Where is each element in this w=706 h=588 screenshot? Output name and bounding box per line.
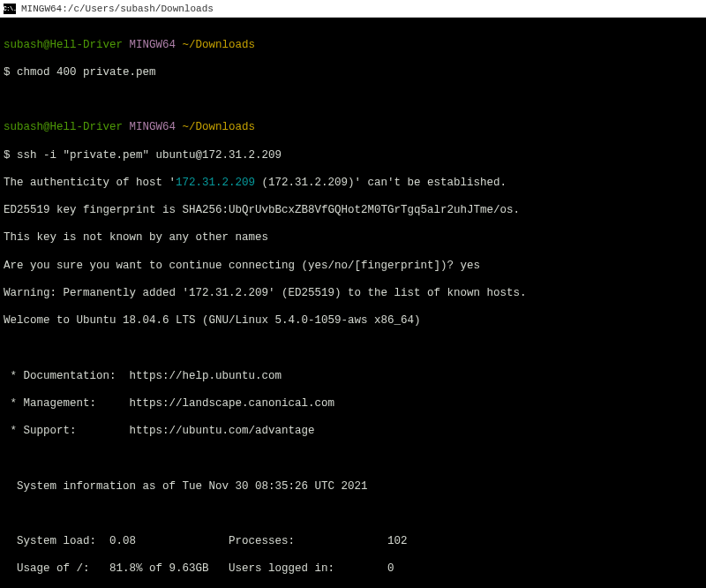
- output-line: * Support: https://ubuntu.com/advantage: [4, 425, 702, 439]
- command-line: $ ssh -i "private.pem" ubuntu@172.31.2.2…: [4, 149, 702, 163]
- host-ip: 172.31.2.209: [176, 177, 255, 189]
- window-title: MINGW64:/c/Users/subash/Downloads: [21, 4, 214, 14]
- window-titlebar: C:\. MINGW64:/c/Users/subash/Downloads: [0, 0, 706, 18]
- user-host: subash@Hell-Driver: [4, 39, 123, 51]
- shell-tag: MINGW64: [123, 121, 183, 133]
- output-line: System information as of Tue Nov 30 08:3…: [4, 480, 702, 494]
- shell-tag: MINGW64: [123, 39, 183, 51]
- sysinfo-row: Usage of /: 81.8% of 9.63GB Users logged…: [4, 562, 702, 577]
- output-line: Warning: Permanently added '172.31.2.209…: [4, 287, 702, 301]
- output-line: Are you sure you want to continue connec…: [4, 260, 702, 274]
- prompt-symbol: $: [4, 149, 17, 162]
- cwd: ~/Downloads: [183, 39, 256, 51]
- blank-line: [4, 342, 702, 356]
- blank-line: [4, 452, 702, 466]
- sysinfo-row: System load: 0.08 Processes: 102: [4, 535, 702, 549]
- output-line: The authenticity of host '172.31.2.209 (…: [4, 177, 702, 191]
- terminal-icon: C:\.: [4, 4, 16, 14]
- output-line: * Documentation: https://help.ubuntu.com: [4, 370, 702, 384]
- command-line: $ chmod 400 private.pem: [4, 66, 702, 80]
- command-text: chmod 400 private.pem: [17, 66, 156, 79]
- prompt-line: subash@Hell-Driver MINGW64 ~/Downloads: [4, 39, 702, 53]
- output-line: Welcome to Ubuntu 18.04.6 LTS (GNU/Linux…: [4, 314, 702, 328]
- command-text: ssh -i "private.pem" ubuntu@172.31.2.209: [17, 149, 282, 162]
- blank-line: [4, 94, 702, 108]
- user-host: subash@Hell-Driver: [4, 121, 123, 133]
- output-line: ED25519 key fingerprint is SHA256:UbQrUv…: [4, 204, 702, 218]
- prompt-line: subash@Hell-Driver MINGW64 ~/Downloads: [4, 121, 702, 135]
- terminal-area[interactable]: subash@Hell-Driver MINGW64 ~/Downloads $…: [0, 18, 706, 588]
- output-line: * Management: https://landscape.canonica…: [4, 397, 702, 411]
- cwd: ~/Downloads: [183, 121, 256, 133]
- output-line: This key is not known by any other names: [4, 231, 702, 245]
- blank-line: [4, 508, 702, 522]
- prompt-symbol: $: [4, 66, 17, 79]
